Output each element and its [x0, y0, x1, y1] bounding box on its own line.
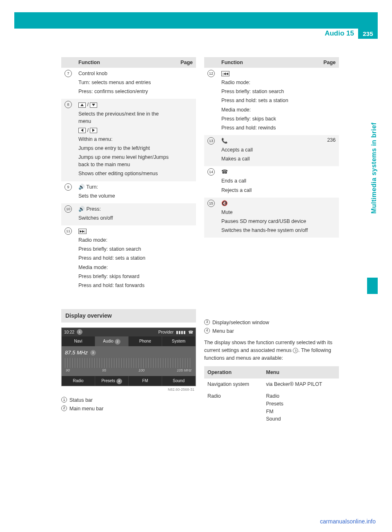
header-title: Audio 15 — [325, 29, 354, 38]
row-page — [176, 68, 196, 99]
page-header: Audio 15 235 — [14, 28, 378, 39]
legend-num-icon: 1 — [61, 397, 67, 403]
row-index: 14 — [204, 166, 218, 197]
row-line: Press and hold: rewinds — [221, 124, 315, 131]
callout-4-icon: 4 — [116, 378, 122, 384]
row-title: 🔊 Turn: — [78, 183, 172, 191]
display-ticks: 90 95 100 105 MHz — [65, 368, 192, 375]
row-line: Makes a call — [221, 155, 315, 162]
display-status-bar: 10:22 1 Provider ▮▮▮▮ ☎ — [62, 328, 196, 336]
function-table: Function Page 7 Control knob Turn: selec… — [61, 57, 196, 293]
legend-item: 3Display/selection window — [204, 319, 339, 327]
legend-item: 2Main menu bar — [61, 405, 196, 413]
phone-status-icon: ☎ — [188, 329, 193, 335]
row-title: Control knob — [78, 70, 172, 77]
operations-table: Operation Menu Navigation system via Bec… — [204, 366, 339, 425]
legend-right: 3Display/selection window 4Menu bar — [204, 319, 339, 335]
skip-forward-icon: ▶▶| — [78, 227, 172, 235]
function-table-left: Function Page 7 Control knob Turn: selec… — [61, 57, 196, 293]
row-line: Turn: selects menus and entries — [78, 79, 172, 86]
display-tab: FM — [129, 376, 162, 386]
row-page — [318, 198, 339, 238]
callout-2-icon: 2 — [115, 339, 120, 345]
side-tab-accent — [367, 278, 378, 294]
row-page — [318, 68, 339, 135]
row-line: Jumps up one menu level higher/Jumps bac… — [78, 154, 172, 168]
main-content: Function Page 7 Control knob Turn: selec… — [61, 57, 339, 425]
row-line: Accepts a call — [221, 146, 315, 154]
col-blank — [61, 57, 75, 68]
side-tab-label: Multimedia systems in brief — [370, 122, 378, 214]
tick: 105 MHz — [177, 368, 192, 374]
legend-num-icon: 4 — [204, 328, 210, 334]
display-tab: Phone — [129, 336, 162, 346]
phone-accept-icon: 📞 — [221, 137, 315, 145]
row-body: / Selects the previous/next line in the … — [75, 99, 176, 181]
tick: 90 — [66, 368, 70, 374]
row-line: Press: confirms selection/entry — [78, 88, 172, 95]
row-line: Press briefly: station search — [221, 88, 315, 95]
display-bottom-tabs: Radio Presets 4 FM Sound — [62, 376, 196, 386]
display-caption: N82.60-2568-31 — [61, 386, 196, 394]
ops-cell: Radio — [204, 390, 263, 425]
display-clock: 10:22 — [64, 329, 74, 335]
row-page — [176, 225, 196, 293]
index-circle-icon: 9 — [65, 183, 72, 191]
col-page: Page — [176, 57, 196, 68]
display-overview-right: 3Display/selection window 4Menu bar The … — [204, 297, 339, 425]
index-circle-icon: 14 — [207, 168, 215, 176]
legend-num-icon: 2 — [61, 405, 67, 411]
page-number: 235 — [358, 28, 378, 39]
function-table: Function Page 12 |◀◀ Radio mode: Press b… — [204, 57, 339, 238]
row-line: Press and hold: fast forwards — [78, 282, 172, 289]
display-tab: Presets 4 — [95, 376, 129, 386]
row-line: Media mode: — [221, 106, 315, 114]
display-tab: Sound — [162, 376, 196, 386]
legend-item: 1Status bar — [61, 396, 196, 404]
tab-label: Presets — [101, 378, 115, 383]
row-body: 🔇 Mute Pauses SD memory card/USB device … — [218, 198, 318, 238]
row-line: Shows other editing options/menus — [78, 170, 172, 177]
inline-callout-3-icon: 3 — [293, 348, 298, 353]
display-main-area: 87.5 MHz 3 90 95 100 105 MHz — [62, 346, 196, 376]
arrow-right-icon — [90, 128, 97, 133]
ops-cell: via Becker® MAP PILOT — [263, 378, 339, 390]
row-line: Pauses SD memory card/USB device — [221, 218, 315, 225]
ops-col-menu: Menu — [263, 366, 339, 379]
arrow-up-icon — [78, 102, 86, 108]
row-page — [176, 181, 196, 203]
display-tab: Audio 2 — [95, 336, 129, 346]
legend-text: Display/selection window — [212, 319, 269, 327]
display-tab: Navi — [62, 336, 95, 346]
ops-col-operation: Operation — [204, 366, 263, 379]
display-overview-left: Display overview 10:22 1 Provider ▮▮▮▮ ☎… — [61, 297, 196, 425]
legend-num-icon: 3 — [204, 319, 210, 325]
row-line: Ends a call — [221, 177, 315, 185]
function-tables: Function Page 7 Control knob Turn: selec… — [61, 57, 339, 293]
col-function: Function — [75, 57, 176, 68]
row-line: Press briefly: station search — [78, 245, 172, 253]
display-overview-section: Display overview 10:22 1 Provider ▮▮▮▮ ☎… — [61, 297, 339, 425]
display-provider: Provider — [158, 329, 174, 335]
footer-link[interactable]: carmanualsonline.info — [320, 518, 376, 525]
legend-item: 4Menu bar — [204, 327, 339, 335]
row-line: Press briefly: skips back — [221, 115, 315, 122]
row-body: Control knob Turn: selects menus and ent… — [75, 68, 176, 99]
callout-3-icon: 3 — [90, 350, 96, 356]
legend-text: Menu bar — [212, 327, 234, 335]
legend-text: Status bar — [69, 396, 93, 404]
display-screenshot: 10:22 1 Provider ▮▮▮▮ ☎ Navi Audio 2 Pho… — [61, 327, 196, 386]
row-index: 11 — [61, 225, 75, 293]
display-top-tabs: Navi Audio 2 Phone System — [62, 336, 196, 346]
row-index: 7 — [61, 68, 75, 99]
tab-label: Audio — [103, 339, 114, 343]
row-line: Media mode: — [78, 264, 172, 271]
ops-cell: Navigation system — [204, 378, 263, 390]
row-line: Radio mode: — [78, 236, 172, 244]
display-tab: Radio — [62, 376, 95, 386]
row-body: ▶▶| Radio mode: Press briefly: station s… — [75, 225, 176, 293]
tick: 95 — [102, 368, 106, 374]
row-line: Switches on/off — [78, 214, 172, 222]
row-line: Rejects a call — [221, 187, 315, 194]
row-index: 15 — [204, 198, 218, 238]
